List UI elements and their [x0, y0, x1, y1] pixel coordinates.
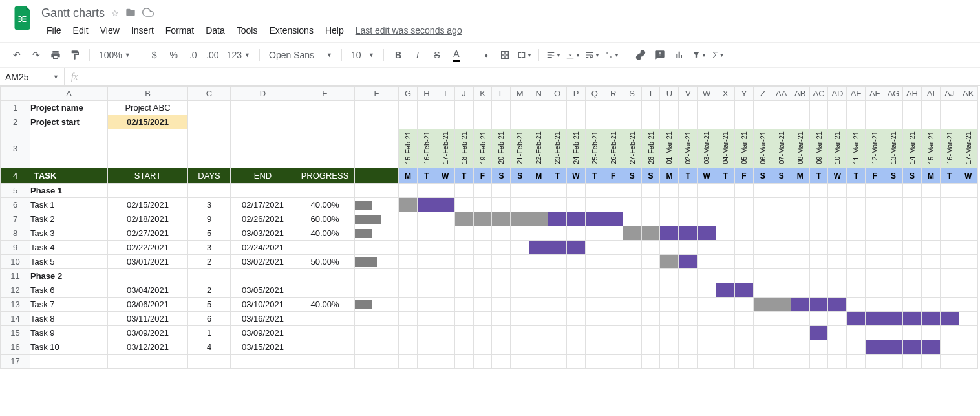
- cell[interactable]: [921, 298, 940, 312]
- cell[interactable]: [492, 340, 511, 355]
- cell[interactable]: [866, 101, 884, 115]
- cell[interactable]: [679, 298, 698, 312]
- cell[interactable]: [436, 355, 454, 369]
- cell[interactable]: [921, 212, 940, 226]
- col-header[interactable]: O: [548, 87, 567, 101]
- cell[interactable]: [809, 115, 828, 129]
- cell[interactable]: Task 7: [30, 298, 108, 312]
- cell[interactable]: [791, 355, 809, 369]
- cell[interactable]: [847, 241, 866, 255]
- cell[interactable]: [735, 184, 754, 198]
- cell[interactable]: [108, 129, 188, 168]
- cell[interactable]: [940, 269, 959, 283]
- cell[interactable]: [940, 241, 959, 255]
- cell[interactable]: [716, 255, 735, 269]
- cell[interactable]: [753, 255, 772, 269]
- cell[interactable]: [399, 101, 418, 115]
- cell[interactable]: [940, 355, 959, 369]
- cell[interactable]: [492, 269, 511, 283]
- cell[interactable]: [828, 255, 847, 269]
- cell[interactable]: [716, 283, 735, 298]
- cell[interactable]: [295, 241, 355, 255]
- cell[interactable]: [548, 283, 567, 298]
- cell[interactable]: 02/15/2021: [108, 198, 188, 212]
- cell[interactable]: [355, 269, 399, 283]
- cell[interactable]: [604, 198, 623, 212]
- cell[interactable]: [604, 298, 623, 312]
- cell[interactable]: [921, 340, 940, 355]
- cell[interactable]: M: [660, 168, 679, 184]
- cell[interactable]: [735, 226, 754, 241]
- cell[interactable]: 03/03/2021: [231, 226, 295, 241]
- cell[interactable]: 22-Feb-21: [529, 129, 548, 168]
- cell[interactable]: [492, 326, 511, 340]
- cell[interactable]: Task 2: [30, 212, 108, 226]
- cell[interactable]: [940, 298, 959, 312]
- row-header[interactable]: 6: [1, 198, 30, 212]
- cell[interactable]: [529, 355, 548, 369]
- cell[interactable]: [660, 226, 679, 241]
- cell[interactable]: [660, 340, 679, 355]
- cell[interactable]: [473, 283, 492, 298]
- cell[interactable]: [295, 340, 355, 355]
- name-box[interactable]: AM25▼: [0, 68, 65, 85]
- cell[interactable]: [866, 184, 884, 198]
- cell[interactable]: [772, 115, 791, 129]
- cell[interactable]: Task 4: [30, 241, 108, 255]
- menu-data[interactable]: Data: [200, 23, 230, 38]
- cloud-icon[interactable]: [142, 6, 154, 20]
- cell[interactable]: 40.00%: [295, 298, 355, 312]
- cell[interactable]: M: [791, 168, 809, 184]
- cell[interactable]: [847, 212, 866, 226]
- cell[interactable]: [231, 184, 295, 198]
- cell[interactable]: [188, 269, 231, 283]
- cell[interactable]: [847, 298, 866, 312]
- cell[interactable]: [529, 312, 548, 326]
- cell[interactable]: [753, 298, 772, 312]
- cell[interactable]: [473, 298, 492, 312]
- cell[interactable]: [567, 226, 586, 241]
- cell[interactable]: [660, 312, 679, 326]
- cell[interactable]: 03-Mar-21: [698, 129, 716, 168]
- cell[interactable]: [772, 198, 791, 212]
- cell[interactable]: [716, 355, 735, 369]
- menu-file[interactable]: File: [41, 23, 67, 38]
- cell[interactable]: 3: [188, 198, 231, 212]
- cell[interactable]: [716, 298, 735, 312]
- col-header[interactable]: Z: [753, 87, 772, 101]
- cell[interactable]: [473, 355, 492, 369]
- bold-button[interactable]: B: [389, 46, 407, 64]
- cell[interactable]: 3: [188, 241, 231, 255]
- cell[interactable]: [772, 340, 791, 355]
- cell[interactable]: [698, 226, 716, 241]
- cell[interactable]: [884, 115, 903, 129]
- cell[interactable]: [903, 269, 922, 283]
- cell[interactable]: 05-Mar-21: [735, 129, 754, 168]
- cell[interactable]: [698, 184, 716, 198]
- cell[interactable]: [940, 115, 959, 129]
- cell[interactable]: [355, 298, 399, 312]
- cell[interactable]: [884, 269, 903, 283]
- cell[interactable]: T: [847, 168, 866, 184]
- cell[interactable]: [355, 255, 399, 269]
- cell[interactable]: [959, 198, 977, 212]
- cell[interactable]: [828, 312, 847, 326]
- cell[interactable]: 24-Feb-21: [567, 129, 586, 168]
- cell[interactable]: [847, 355, 866, 369]
- row-header[interactable]: 2: [1, 115, 30, 129]
- cell[interactable]: [473, 241, 492, 255]
- cell[interactable]: W: [959, 168, 977, 184]
- cell[interactable]: [791, 340, 809, 355]
- cell[interactable]: [355, 184, 399, 198]
- cell[interactable]: [417, 255, 436, 269]
- cell[interactable]: [436, 326, 454, 340]
- cell[interactable]: [623, 355, 641, 369]
- cell[interactable]: [772, 312, 791, 326]
- cell[interactable]: [847, 326, 866, 340]
- cell[interactable]: [847, 101, 866, 115]
- cell[interactable]: [866, 226, 884, 241]
- cell[interactable]: 09-Mar-21: [809, 129, 828, 168]
- cell[interactable]: T: [417, 168, 436, 184]
- cell[interactable]: [604, 355, 623, 369]
- cell[interactable]: [641, 298, 660, 312]
